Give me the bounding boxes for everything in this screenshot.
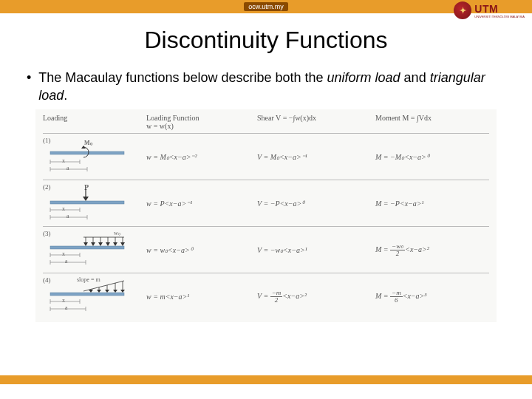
svg-rect-17	[50, 246, 124, 249]
svg-marker-30	[120, 242, 125, 246]
top-bar: ocw.utm.my	[0, 0, 532, 13]
footer-bar	[0, 375, 532, 384]
page-title: Discontinuity Functions	[0, 27, 532, 54]
beam-icon	[43, 231, 132, 270]
eq-v: V = −P<x−a>⁰	[257, 200, 375, 208]
bullet-text: The Macaulay functions below describe bo…	[38, 70, 327, 85]
loading-diagram: (4) slope = m x a	[43, 278, 132, 316]
eq-w: w = w₀<x−a>⁰	[146, 246, 257, 254]
svg-marker-28	[113, 242, 117, 246]
svg-marker-20	[83, 242, 88, 246]
svg-marker-42	[97, 290, 101, 293]
utm-logo: ✦ UTM UNIVERSITI TEKNOLOGI MALAYSIA	[454, 1, 525, 19]
bullet-text: and	[400, 70, 430, 85]
beam-icon	[43, 138, 132, 177]
beam-icon	[43, 278, 132, 316]
macaulay-table: Loading Loading Function w = w(x) Shear …	[35, 109, 497, 322]
loading-diagram: (1) M₀ x a	[43, 138, 132, 177]
logo-subtext: UNIVERSITI TEKNOLOGI MALAYSIA	[474, 15, 525, 18]
eq-m: M = −m6<x−a>³	[375, 290, 494, 304]
table-row: (1) M₀ x a w = M₀<x−a>⁻² V = M₀<x−a>⁻¹ M…	[43, 133, 489, 180]
bullet-dot: •	[27, 69, 31, 105]
svg-marker-22	[91, 242, 95, 246]
eq-w: w = P<x−a>⁻¹	[146, 200, 257, 208]
col-moment: Moment M = ∫Vdx	[375, 114, 494, 130]
table-row: (2) P x a w = P<x−a>⁻¹ V = −P<x−a>⁰ M = …	[43, 180, 489, 226]
svg-marker-10	[83, 197, 89, 201]
bullet-item: • The Macaulay functions below describe …	[27, 69, 505, 105]
svg-marker-48	[120, 290, 125, 293]
eq-v: V = −m2<x−a>²	[257, 290, 375, 304]
loading-diagram: (3) w₀ x a	[43, 231, 132, 270]
table-header: Loading Loading Function w = w(x) Shear …	[43, 114, 489, 133]
crest-icon: ✦	[454, 1, 471, 19]
svg-rect-37	[50, 293, 124, 296]
eq-w: w = M₀<x−a>⁻²	[146, 153, 257, 161]
eq-v: V = −w₀<x−a>¹	[257, 246, 375, 254]
bullet-text: .	[64, 88, 67, 103]
svg-marker-40	[89, 290, 93, 293]
eq-m: M = −M₀<x−a>⁰	[375, 153, 494, 161]
svg-marker-24	[98, 242, 103, 246]
table-row: (4) slope = m x a w = m<x−a>¹ V	[43, 273, 489, 319]
col-function: Loading Function w = w(x)	[146, 114, 257, 130]
ocw-badge: ocw.utm.my	[244, 2, 288, 11]
logo-text: UTM	[474, 3, 525, 15]
eq-w: w = m<x−a>¹	[146, 293, 257, 301]
col-loading: Loading	[43, 114, 146, 130]
col-shear: Shear V = −∫w(x)dx	[257, 114, 375, 130]
svg-line-38	[83, 281, 124, 291]
eq-v: V = M₀<x−a>⁻¹	[257, 153, 375, 161]
beam-icon	[43, 185, 132, 223]
svg-marker-26	[106, 242, 110, 246]
svg-marker-46	[113, 290, 117, 293]
bullet-em: uniform load	[327, 70, 400, 85]
svg-marker-44	[105, 290, 109, 293]
eq-m: M = −w₀2<x−a>²	[375, 243, 494, 257]
bullet-list: • The Macaulay functions below describe …	[0, 54, 532, 109]
loading-diagram: (2) P x a	[43, 185, 132, 223]
svg-rect-0	[50, 151, 124, 154]
table-row: (3) w₀ x a w = w₀<x−a>⁰ V = −	[43, 226, 489, 273]
eq-m: M = −P<x−a>¹	[375, 200, 494, 208]
svg-rect-8	[50, 201, 124, 204]
